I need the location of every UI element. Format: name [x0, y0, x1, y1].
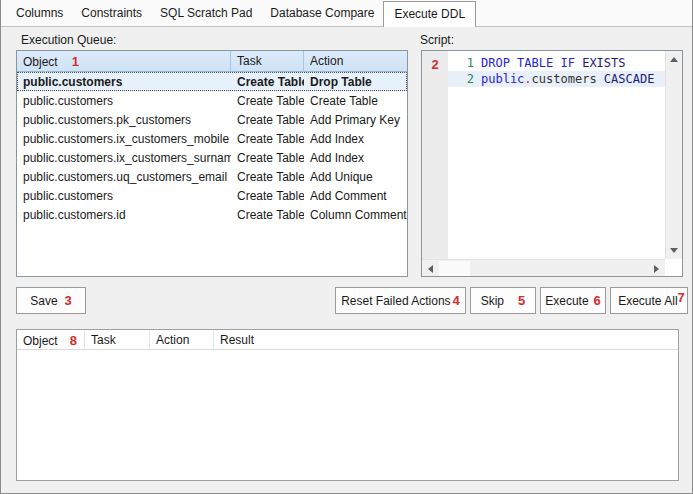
tab-sql-scratch-pad[interactable]: SQL Scratch Pad — [151, 2, 261, 26]
execute-all-button[interactable]: Execute All7 — [610, 287, 688, 314]
queue-row[interactable]: public.customers.idCreate TableColumn Co… — [17, 205, 407, 224]
scroll-up-button[interactable] — [665, 51, 682, 68]
results-table-header[interactable]: Object8TaskActionResult — [17, 330, 678, 350]
tab-constraints[interactable]: Constraints — [72, 2, 151, 26]
scroll-right-button[interactable] — [648, 260, 665, 277]
queue-cell-task: Create Table — [231, 75, 304, 89]
reset-failed-actions-button[interactable]: Reset Failed Actions4 — [335, 287, 466, 314]
queue-cell-object: public.customers — [17, 94, 231, 108]
results-table[interactable]: Object8TaskActionResult — [16, 329, 679, 481]
queue-cell-action: Add Unique — [304, 170, 407, 184]
button-label: Reset Failed Actions — [341, 294, 450, 308]
script-editor[interactable]: 2 1DROP TABLE IF EXISTS2public.customers… — [421, 50, 683, 277]
annotation-badge: 3 — [65, 293, 72, 308]
queue-cell-task: Create Table — [231, 151, 304, 165]
queue-cell-task: Create Table — [231, 94, 304, 108]
queue-cell-task: Create Table — [231, 113, 304, 127]
queue-cell-object: public.customers.uq_customers_email — [17, 170, 231, 184]
results-header-action[interactable]: Action — [150, 330, 214, 349]
scrollbar-corner — [665, 259, 682, 276]
line-number: 1 — [448, 55, 479, 71]
queue-cell-action: Drop Table — [304, 75, 407, 89]
triangle-left-icon — [428, 265, 433, 273]
horizontal-scrollbar-thumb[interactable] — [439, 261, 470, 276]
queue-table-body: public.customersCreate TableDrop Tablepu… — [17, 72, 407, 224]
button-label: Save — [30, 294, 57, 308]
queue-cell-action: Add Comment — [304, 189, 407, 203]
results-header-result[interactable]: Result — [214, 330, 678, 349]
code-text: DROP TABLE IF EXISTS — [479, 55, 626, 71]
queue-header-label: Action — [310, 54, 343, 68]
code-line: 1DROP TABLE IF EXISTS — [448, 55, 665, 71]
button-label: Skip — [481, 294, 504, 308]
line-number: 2 — [448, 71, 479, 87]
results-header-label: Action — [156, 333, 189, 347]
queue-cell-action: Create Table — [304, 94, 407, 108]
annotation-badge: 5 — [518, 293, 525, 308]
queue-cell-task: Create Table — [231, 132, 304, 146]
queue-cell-action: Add Primary Key — [304, 113, 407, 127]
queue-cell-task: Create Table — [231, 189, 304, 203]
annotation-badge: 6 — [594, 293, 601, 308]
annotation-badge: 1 — [72, 54, 79, 69]
tab-bar: ColumnsConstraintsSQL Scratch PadDatabas… — [1, 0, 692, 26]
queue-header-label: Object — [23, 55, 58, 69]
tab-execute-ddl[interactable]: Execute DDL — [383, 1, 476, 27]
script-code-area[interactable]: 1DROP TABLE IF EXISTS2public.customers C… — [448, 51, 665, 259]
triangle-down-icon — [670, 248, 678, 253]
queue-cell-object: public.customers.pk_customers — [17, 113, 231, 127]
queue-cell-object: public.customers — [17, 189, 231, 203]
queue-cell-object: public.customers — [17, 75, 231, 89]
queue-row[interactable]: public.customers.pk_customersCreate Tabl… — [17, 110, 407, 129]
code-text: public.customers CASCADE — [479, 71, 654, 87]
queue-cell-action: Add Index — [304, 151, 407, 165]
queue-cell-object: public.customers.ix_customers_mobile — [17, 132, 231, 146]
queue-cell-object: public.customers.ix_customers_surname — [17, 151, 231, 165]
script-vertical-scrollbar[interactable] — [665, 51, 682, 259]
triangle-up-icon — [670, 57, 678, 62]
button-label: Execute All — [618, 294, 677, 308]
results-header-label: Result — [220, 333, 254, 347]
script-label: Script: — [420, 33, 454, 47]
queue-row[interactable]: public.customers.uq_customers_emailCreat… — [17, 167, 407, 186]
results-header-label: Object — [23, 334, 58, 348]
queue-cell-task: Create Table — [231, 208, 304, 222]
triangle-right-icon — [654, 265, 659, 273]
queue-header-action[interactable]: Action — [304, 51, 407, 71]
queue-cell-action: Add Index — [304, 132, 407, 146]
queue-row[interactable]: public.customers.ix_customers_mobileCrea… — [17, 129, 407, 148]
tab-database-compare[interactable]: Database Compare — [261, 2, 383, 26]
results-header-object[interactable]: Object8 — [17, 330, 85, 349]
results-header-label: Task — [91, 333, 116, 347]
annotation-badge: 4 — [453, 293, 460, 308]
annotation-badge: 2 — [431, 57, 438, 72]
execution-queue-label: Execution Queue: — [21, 33, 116, 47]
queue-row[interactable]: public.customersCreate TableDrop Table — [17, 72, 407, 91]
queue-cell-task: Create Table — [231, 170, 304, 184]
queue-header-label: Task — [237, 54, 262, 68]
queue-cell-object: public.customers.id — [17, 208, 231, 222]
queue-row[interactable]: public.customers.ix_customers_surnameCre… — [17, 148, 407, 167]
button-label: Execute — [545, 294, 588, 308]
queue-row[interactable]: public.customersCreate TableCreate Table — [17, 91, 407, 110]
code-line: 2public.customers CASCADE — [448, 71, 665, 87]
tab-columns[interactable]: Columns — [7, 2, 72, 26]
execution-queue-table[interactable]: Object1TaskAction public.customersCreate… — [16, 50, 408, 277]
scroll-left-button[interactable] — [422, 260, 439, 277]
execute-button[interactable]: Execute6 — [540, 287, 606, 314]
queue-row[interactable]: public.customersCreate TableAdd Comment — [17, 186, 407, 205]
execute-ddl-panel: ColumnsConstraintsSQL Scratch PadDatabas… — [0, 0, 693, 494]
annotation-badge: 8 — [70, 333, 77, 348]
action-button-group: Reset Failed Actions4Skip5Execute6Execut… — [335, 287, 688, 314]
save-button[interactable]: Save3 — [16, 287, 86, 314]
annotation-badge: 7 — [678, 290, 685, 305]
results-header-task[interactable]: Task — [85, 330, 150, 349]
queue-cell-action: Column Comment — [304, 208, 407, 222]
script-horizontal-scrollbar[interactable] — [422, 259, 665, 276]
queue-table-header[interactable]: Object1TaskAction — [17, 51, 407, 72]
skip-button[interactable]: Skip5 — [470, 287, 536, 314]
queue-header-task[interactable]: Task — [231, 51, 304, 71]
scroll-down-button[interactable] — [665, 242, 682, 259]
script-gutter-margin: 2 — [422, 51, 448, 259]
queue-header-object[interactable]: Object1 — [17, 51, 231, 71]
